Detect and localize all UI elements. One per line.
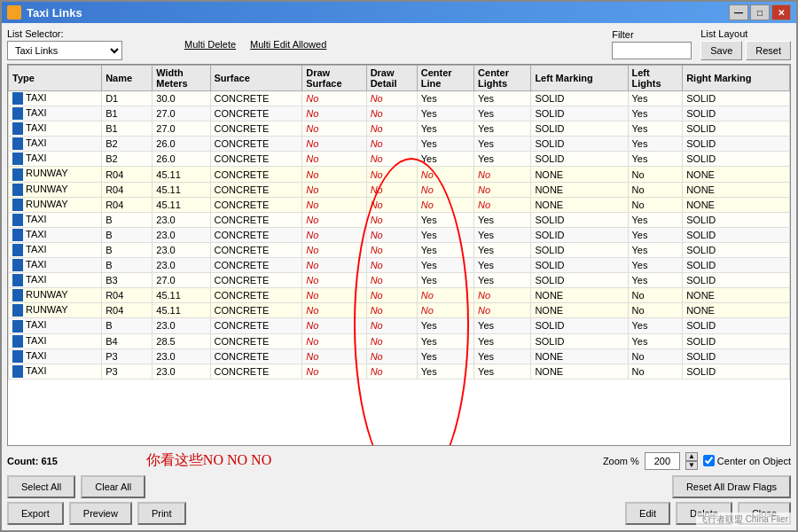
reset-flags-button[interactable]: Reset All Draw Flags bbox=[672, 475, 791, 498]
clear-all-button[interactable]: Clear All bbox=[81, 475, 145, 498]
type-color-indicator bbox=[12, 229, 23, 241]
table-row[interactable]: TAXIP323.0CONCRETENoNoYesYesNONENoSOLID bbox=[9, 364, 790, 379]
col-right-marking: Right Marking bbox=[683, 66, 790, 91]
type-color-indicator bbox=[12, 184, 23, 196]
table-row[interactable]: TAXIB23.0CONCRETENoNoYesYesSOLIDYesSOLID bbox=[9, 258, 790, 273]
table-row[interactable]: TAXIB127.0CONCRETENoNoYesYesSOLIDYesSOLI… bbox=[9, 106, 790, 121]
list-selector-dropdown[interactable]: Taxi Links bbox=[7, 41, 122, 60]
layout-buttons: Save Reset bbox=[700, 41, 791, 60]
table-row[interactable]: TAXIP323.0CONCRETENoNoYesYesNONENoSOLID bbox=[9, 348, 790, 364]
count-label: Count: 615 bbox=[7, 456, 58, 466]
export-buttons: Export Preview Print bbox=[7, 502, 186, 525]
zoom-down-button[interactable]: ▼ bbox=[685, 461, 698, 470]
main-content: List Selector: Taxi Links Multi Delete M… bbox=[2, 23, 796, 530]
list-selector-label: List Selector: bbox=[7, 28, 122, 39]
type-color-indicator bbox=[12, 153, 23, 165]
col-type: Type bbox=[9, 66, 102, 91]
type-color-indicator bbox=[12, 365, 23, 378]
col-center-lights: CenterLights bbox=[474, 66, 531, 91]
type-color-indicator bbox=[12, 92, 23, 105]
type-color-indicator bbox=[12, 320, 23, 332]
table-row[interactable]: TAXID130.0CONCRETENoNoYesYesSOLIDYesSOLI… bbox=[9, 91, 790, 106]
col-name: Name bbox=[102, 66, 153, 91]
col-width: WidthMeters bbox=[153, 66, 210, 91]
right-action-buttons-1: Reset All Draw Flags bbox=[672, 475, 791, 498]
close-button[interactable]: ✕ bbox=[771, 4, 791, 20]
center-on-object-label[interactable]: Center on Object bbox=[703, 455, 791, 466]
top-controls: List Selector: Taxi Links Multi Delete M… bbox=[7, 28, 791, 60]
table-row[interactable]: RUNWAYR0445.11CONCRETENoNoNoNoNONENoNONE bbox=[9, 288, 790, 303]
zoom-controls: Zoom % ▲ ▼ Center on Object bbox=[603, 452, 791, 470]
left-action-buttons: Select All Clear All bbox=[7, 475, 145, 498]
table-container[interactable]: Type Name WidthMeters Surface DrawSurfac… bbox=[7, 64, 791, 446]
center-on-object-checkbox[interactable] bbox=[703, 455, 715, 466]
title-buttons: — □ ✕ bbox=[729, 4, 791, 20]
table-header-row: Type Name WidthMeters Surface DrawSurfac… bbox=[9, 66, 790, 91]
multi-edit-button[interactable]: Multi Edit Allowed bbox=[250, 39, 326, 50]
print-button[interactable]: Print bbox=[137, 502, 186, 525]
filter-label: Filter bbox=[612, 29, 633, 40]
main-window: Taxi Links — □ ✕ List Selector: Taxi Lin… bbox=[0, 0, 798, 532]
type-color-indicator bbox=[12, 289, 23, 301]
minimize-button[interactable]: — bbox=[729, 4, 748, 20]
table-row[interactable]: TAXIB23.0CONCRETENoNoYesYesSOLIDYesSOLID bbox=[9, 242, 790, 257]
list-layout-label: List Layout bbox=[700, 28, 791, 39]
type-color-indicator bbox=[12, 168, 23, 181]
edit-button[interactable]: Edit bbox=[625, 502, 670, 525]
type-color-indicator bbox=[12, 274, 23, 286]
maximize-button[interactable]: □ bbox=[750, 4, 770, 20]
export-button[interactable]: Export bbox=[7, 502, 64, 525]
zoom-up-button[interactable]: ▲ bbox=[685, 452, 698, 461]
type-color-indicator bbox=[12, 304, 23, 317]
table-row[interactable]: TAXIB226.0CONCRETENoNoYesYesSOLIDYesSOLI… bbox=[9, 152, 790, 167]
zoom-label: Zoom % bbox=[603, 456, 639, 466]
filter-input[interactable] bbox=[612, 42, 692, 59]
table-row[interactable]: TAXIB226.0CONCRETENoNoYesYesSOLIDYesSOLI… bbox=[9, 137, 790, 152]
title-bar: Taxi Links — □ ✕ bbox=[2, 2, 796, 23]
data-table: Type Name WidthMeters Surface DrawSurfac… bbox=[8, 65, 790, 379]
type-color-indicator bbox=[12, 244, 23, 256]
table-row[interactable]: RUNWAYR0445.11CONCRETENoNoNoNoNONENoNONE bbox=[9, 182, 790, 197]
multi-controls: Multi Delete Multi Edit Allowed bbox=[184, 39, 326, 50]
table-row[interactable]: RUNWAYR0445.11CONCRETENoNoNoNoNONENoNONE bbox=[9, 303, 790, 318]
filter-group: Filter bbox=[612, 29, 692, 59]
table-row[interactable]: TAXIB428.5CONCRETENoNoYesYesSOLIDYesSOLI… bbox=[9, 333, 790, 348]
col-center-line: CenterLine bbox=[417, 66, 473, 91]
type-color-indicator bbox=[12, 350, 23, 363]
zoom-input[interactable] bbox=[645, 452, 680, 470]
action-row-2: Export Preview Print Edit Delete Close bbox=[7, 502, 791, 525]
reset-layout-button[interactable]: Reset bbox=[746, 41, 791, 60]
watermark: 飞行者联盟 China Flier bbox=[696, 512, 791, 527]
type-color-indicator bbox=[12, 199, 23, 211]
table-body: TAXID130.0CONCRETENoNoYesYesSOLIDYesSOLI… bbox=[9, 91, 790, 379]
table-row[interactable]: TAXIB23.0CONCRETENoNoYesYesSOLIDYesSOLID bbox=[9, 227, 790, 242]
app-icon bbox=[7, 5, 21, 20]
type-color-indicator bbox=[12, 122, 23, 135]
col-left-marking: Left Marking bbox=[531, 66, 628, 91]
col-surface: Surface bbox=[210, 66, 302, 91]
table-row[interactable]: TAXIB23.0CONCRETENoNoYesYesSOLIDYesSOLID bbox=[9, 318, 790, 333]
table-row[interactable]: TAXIB23.0CONCRETENoNoYesYesSOLIDYesSOLID bbox=[9, 212, 790, 227]
col-draw-detail: DrawDetail bbox=[366, 66, 417, 91]
action-row-1: Select All Clear All Reset All Draw Flag… bbox=[7, 475, 791, 498]
preview-button[interactable]: Preview bbox=[69, 502, 132, 525]
col-left-lights: LeftLights bbox=[628, 66, 683, 91]
type-color-indicator bbox=[12, 214, 23, 226]
title-bar-left: Taxi Links bbox=[7, 5, 82, 20]
type-color-indicator bbox=[12, 335, 23, 348]
save-layout-button[interactable]: Save bbox=[700, 41, 742, 60]
col-draw-surface: DrawSurface bbox=[302, 66, 366, 91]
table-row[interactable]: RUNWAYR0445.11CONCRETENoNoNoNoNONENoNONE bbox=[9, 197, 790, 212]
select-all-button[interactable]: Select All bbox=[7, 475, 75, 498]
table-row[interactable]: TAXIB127.0CONCRETENoNoYesYesSOLIDYesSOLI… bbox=[9, 121, 790, 137]
table-row[interactable]: TAXIB327.0CONCRETENoNoYesYesSOLIDYesSOLI… bbox=[9, 273, 790, 288]
type-color-indicator bbox=[12, 259, 23, 271]
table-row[interactable]: RUNWAYR0445.11CONCRETENoNoNoNoNONENoNONE bbox=[9, 167, 790, 182]
list-layout-group: List Layout Save Reset bbox=[700, 28, 791, 60]
multi-delete-button[interactable]: Multi Delete bbox=[184, 39, 236, 50]
type-color-indicator bbox=[12, 137, 23, 150]
window-title: Taxi Links bbox=[27, 6, 82, 20]
annotation-text: 你看这些NO NO NO bbox=[146, 451, 271, 470]
status-bar: Count: 615 你看这些NO NO NO Zoom % ▲ ▼ Cente… bbox=[7, 450, 791, 472]
type-color-indicator bbox=[12, 107, 23, 120]
